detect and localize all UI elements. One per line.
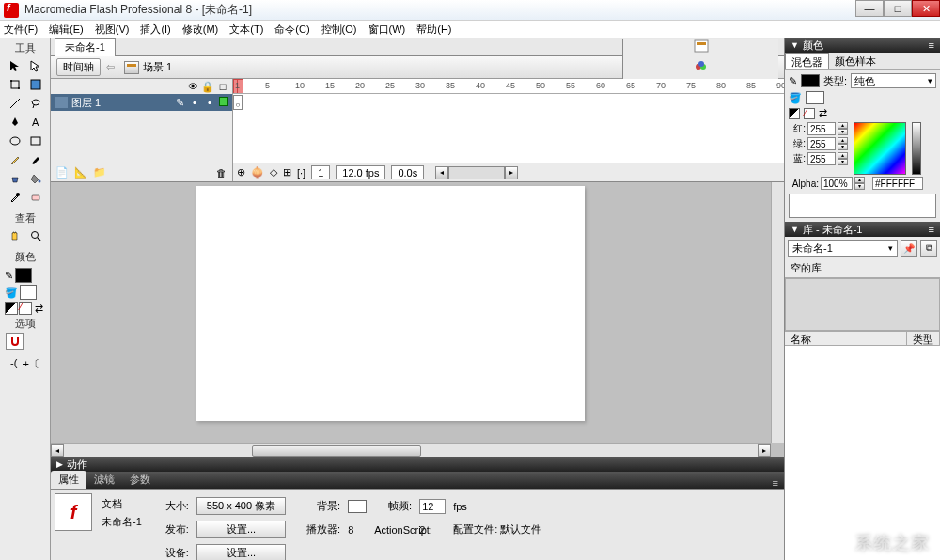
lasso-tool-icon[interactable]: [26, 95, 45, 112]
layer-lock-dot[interactable]: •: [204, 97, 215, 109]
maximize-button[interactable]: □: [884, 0, 912, 17]
r-spinner[interactable]: ▴▾: [838, 122, 848, 135]
lock-column-icon[interactable]: 🔒: [202, 81, 213, 93]
stroke-swatch[interactable]: [15, 268, 32, 283]
bg-color-swatch[interactable]: [348, 500, 367, 513]
tab-mixer[interactable]: 混色器: [785, 53, 829, 69]
layer-row[interactable]: 图层 1 ✎ • •: [51, 94, 233, 111]
r-input[interactable]: [807, 122, 836, 135]
publish-settings-button[interactable]: 设置...: [196, 521, 286, 538]
nocolor-icon[interactable]: ⁄: [804, 108, 815, 119]
bw-icon[interactable]: [789, 108, 800, 119]
brightness-slider[interactable]: [912, 122, 921, 175]
layer-visible-dot[interactable]: •: [189, 97, 200, 109]
black-white-icon[interactable]: [5, 302, 18, 315]
zoom-tool-icon[interactable]: [26, 227, 45, 244]
library-col-name[interactable]: 名称: [785, 332, 907, 345]
timeline-scrollbar[interactable]: ◂▸: [435, 166, 518, 179]
frames-area[interactable]: [233, 94, 784, 111]
add-guide-layer-icon[interactable]: 📐: [73, 165, 88, 180]
panel-menu-icon[interactable]: ≡: [929, 224, 934, 235]
menu-window[interactable]: 窗口(W): [368, 23, 406, 37]
ink-bottle-tool-icon[interactable]: [6, 170, 24, 187]
frame-ruler[interactable]: 15101520253035404550556065707580859095: [233, 79, 784, 94]
oval-tool-icon[interactable]: [6, 132, 24, 149]
brush-tool-icon[interactable]: [26, 151, 45, 168]
layer-outline-box[interactable]: [219, 97, 228, 106]
menu-insert[interactable]: 插入(I): [140, 23, 170, 37]
menu-control[interactable]: 控制(O): [321, 23, 357, 37]
stroke-color-icon[interactable]: ✎: [789, 75, 797, 87]
stage-scrollbar-horizontal[interactable]: ◂▸: [51, 443, 771, 457]
edit-symbol-icon[interactable]: [694, 59, 709, 74]
menu-edit[interactable]: 编辑(E): [49, 23, 84, 37]
b-spinner[interactable]: ▴▾: [838, 152, 848, 165]
option-straighten-icon[interactable]: -(: [10, 357, 17, 371]
keyframe-icon[interactable]: [233, 95, 243, 110]
stage-canvas[interactable]: [196, 186, 585, 421]
text-tool-icon[interactable]: A: [26, 114, 45, 131]
no-color-icon[interactable]: ⁄: [19, 302, 32, 315]
fill-type-select[interactable]: 纯色: [851, 73, 936, 88]
fps-input[interactable]: [419, 499, 446, 514]
fill-swatch[interactable]: [20, 285, 37, 300]
color-spectrum[interactable]: [854, 122, 906, 175]
panel-menu-icon[interactable]: ≡: [929, 39, 934, 51]
pencil-tool-icon[interactable]: [6, 151, 24, 168]
selection-tool-icon[interactable]: [6, 57, 24, 74]
stage-scrollbar-vertical[interactable]: [771, 182, 784, 443]
stroke-color-swatch[interactable]: [801, 74, 820, 87]
snap-option-icon[interactable]: [6, 333, 24, 350]
g-spinner[interactable]: ▴▾: [838, 137, 848, 150]
menu-modify[interactable]: 修改(M): [182, 23, 219, 37]
menu-text[interactable]: 文本(T): [229, 23, 263, 37]
hex-input[interactable]: [872, 177, 923, 190]
menu-file[interactable]: 文件(F): [4, 23, 38, 37]
swap-icon[interactable]: ⇄: [819, 107, 827, 119]
add-layer-icon[interactable]: 📄: [55, 165, 70, 180]
edit-scene-icon[interactable]: [694, 39, 709, 54]
rectangle-tool-icon[interactable]: [26, 132, 45, 149]
gradient-transform-tool-icon[interactable]: [26, 76, 45, 93]
close-button[interactable]: ✕: [912, 0, 940, 17]
document-tab[interactable]: 未命名-1: [55, 38, 116, 56]
fill-color-swatch[interactable]: [806, 91, 824, 104]
back-arrow-icon[interactable]: ⇦: [106, 61, 115, 73]
alpha-spinner[interactable]: ▴▾: [854, 177, 865, 190]
timeline-toggle-button[interactable]: 时间轴: [56, 58, 101, 76]
eraser-tool-icon[interactable]: [26, 189, 45, 206]
device-settings-button[interactable]: 设置...: [196, 544, 286, 560]
new-library-icon[interactable]: ⧉: [920, 240, 937, 257]
line-tool-icon[interactable]: [6, 95, 24, 112]
tab-parameters[interactable]: 参数: [122, 471, 158, 489]
onion-markers-icon[interactable]: [·]: [297, 167, 306, 179]
tab-swatches[interactable]: 颜色样本: [829, 53, 882, 69]
hand-tool-icon[interactable]: [6, 227, 24, 244]
add-folder-icon[interactable]: 📁: [92, 165, 107, 180]
library-col-type[interactable]: 类型: [907, 332, 940, 345]
delete-layer-icon[interactable]: 🗑: [213, 165, 228, 180]
actions-panel-header[interactable]: ▶ 动作: [51, 457, 784, 472]
eye-column-icon[interactable]: 👁: [187, 81, 198, 93]
minimize-button[interactable]: —: [855, 0, 884, 17]
tab-filters[interactable]: 滤镜: [86, 471, 122, 489]
free-transform-tool-icon[interactable]: [6, 76, 24, 93]
menu-help[interactable]: 帮助(H): [416, 23, 451, 37]
size-button[interactable]: 550 x 400 像素: [196, 497, 286, 515]
alpha-input[interactable]: [821, 177, 853, 190]
library-list[interactable]: [785, 346, 940, 560]
menu-view[interactable]: 视图(V): [95, 23, 130, 37]
pen-tool-icon[interactable]: [6, 114, 24, 131]
edit-multiple-icon[interactable]: ⊞: [283, 166, 291, 179]
swap-colors-icon[interactable]: ⇄: [33, 302, 46, 315]
outline-column-icon[interactable]: □: [217, 81, 228, 93]
g-input[interactable]: [807, 137, 836, 150]
library-document-select[interactable]: 未命名-1: [788, 240, 898, 257]
eyedropper-tool-icon[interactable]: [6, 189, 24, 206]
option-smooth-icon[interactable]: +〔: [23, 357, 39, 371]
b-input[interactable]: [807, 152, 836, 165]
onion-outline-icon[interactable]: ◇: [270, 166, 277, 179]
subselection-tool-icon[interactable]: [26, 57, 45, 74]
menu-commands[interactable]: 命令(C): [274, 23, 309, 37]
tab-properties[interactable]: 属性: [51, 471, 86, 489]
